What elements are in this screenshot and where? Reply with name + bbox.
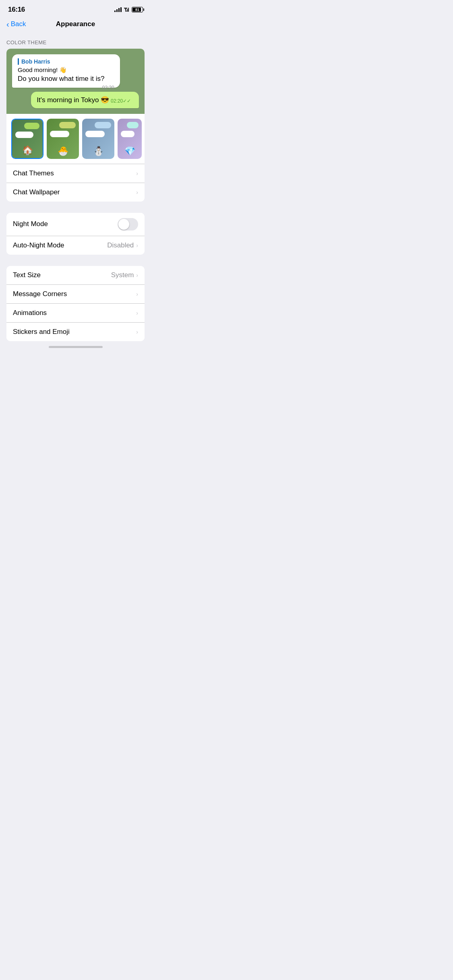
received-bubble: Bob Harris Good morning! 👋 Do you know w…	[12, 54, 120, 88]
status-bar: 16:16 📶︎ 81	[0, 0, 151, 17]
animations-right: ›	[135, 310, 138, 316]
message-corners-chevron-icon: ›	[136, 291, 138, 297]
auto-night-mode-label: Auto-Night Mode	[13, 241, 64, 249]
night-mode-row: Night Mode	[6, 213, 145, 236]
status-icons: 📶︎ 81	[114, 7, 143, 13]
theme-thumb-4[interactable]: 💎	[118, 119, 142, 159]
stickers-emoji-chevron-icon: ›	[136, 329, 138, 335]
text-size-label: Text Size	[13, 271, 41, 279]
theme-thumb-1[interactable]: 🏠	[11, 119, 43, 159]
color-theme-section-label: COLOR THEME	[0, 33, 151, 49]
back-label: Back	[11, 20, 26, 28]
theme-1-emoji: 🏠	[22, 145, 33, 156]
chat-themes-label: Chat Themes	[13, 169, 54, 177]
message-corners-right: ›	[135, 291, 138, 297]
chat-preview: Bob Harris Good morning! 👋 Do you know w…	[6, 49, 145, 114]
message-corners-label: Message Corners	[13, 290, 67, 298]
theme-3-emoji: ⛄	[93, 146, 104, 156]
color-theme-card: Bob Harris Good morning! 👋 Do you know w…	[6, 49, 145, 202]
auto-night-mode-row[interactable]: Auto-Night Mode Disabled ›	[6, 236, 145, 255]
sent-time: 02:20✓✓	[111, 98, 131, 104]
text-size-chevron-icon: ›	[136, 272, 138, 278]
home-indicator	[49, 346, 103, 348]
night-mode-toggle[interactable]	[118, 218, 138, 231]
night-mode-label: Night Mode	[13, 220, 48, 228]
stickers-emoji-row[interactable]: Stickers and Emoji ›	[6, 322, 145, 341]
auto-night-mode-chevron-icon: ›	[136, 242, 138, 249]
received-line1: Good morning! 👋	[18, 66, 114, 74]
theme-row: 🏠 🐣 ⛄ 💎	[6, 114, 145, 164]
received-time: 02:20	[102, 84, 114, 91]
sent-bubble: It's morning in Tokyo 😎 02:20✓✓	[31, 92, 139, 108]
stickers-emoji-label: Stickers and Emoji	[13, 328, 70, 336]
chat-wallpaper-right: ›	[135, 189, 138, 196]
nav-bar: ‹ Back Appearance	[0, 17, 151, 33]
wifi-icon: 📶︎	[124, 7, 129, 13]
chat-wallpaper-chevron-icon: ›	[136, 189, 138, 196]
chat-themes-chevron-icon: ›	[136, 170, 138, 177]
text-size-row[interactable]: Text Size System ›	[6, 266, 145, 284]
message-corners-row[interactable]: Message Corners ›	[6, 284, 145, 303]
auto-night-mode-value: Disabled	[107, 241, 134, 249]
signal-icon	[114, 7, 122, 12]
theme-4-emoji: 💎	[124, 146, 135, 156]
appearance-settings-card: Text Size System › Message Corners › Ani…	[6, 266, 145, 341]
page-title: Appearance	[56, 20, 95, 28]
stickers-emoji-right: ›	[135, 329, 138, 335]
back-button[interactable]: ‹ Back	[6, 20, 26, 28]
checkmarks-icon: ✓✓	[123, 98, 131, 104]
theme-thumb-3[interactable]: ⛄	[82, 119, 114, 159]
battery-icon: 81	[132, 7, 143, 12]
status-time: 16:16	[8, 6, 25, 14]
text-size-value: System	[111, 271, 134, 279]
text-size-right: System ›	[111, 271, 138, 279]
auto-night-mode-right: Disabled ›	[107, 241, 138, 249]
chat-themes-row[interactable]: Chat Themes ›	[6, 164, 145, 183]
sender-name: Bob Harris	[18, 58, 114, 65]
chat-wallpaper-label: Chat Wallpaper	[13, 188, 60, 196]
theme-2-emoji: 🐣	[58, 146, 68, 156]
night-mode-card: Night Mode Auto-Night Mode Disabled ›	[6, 213, 145, 255]
theme-thumb-2[interactable]: 🐣	[47, 119, 79, 159]
chat-themes-right: ›	[135, 170, 138, 177]
chat-wallpaper-row[interactable]: Chat Wallpaper ›	[6, 183, 145, 202]
animations-row[interactable]: Animations ›	[6, 303, 145, 322]
back-chevron-icon: ‹	[6, 20, 9, 28]
received-line2: Do you know what time it is? 02:20	[18, 74, 114, 84]
toggle-knob	[118, 219, 129, 230]
animations-chevron-icon: ›	[136, 310, 138, 316]
sent-text: It's morning in Tokyo 😎	[37, 96, 109, 104]
animations-label: Animations	[13, 309, 47, 317]
